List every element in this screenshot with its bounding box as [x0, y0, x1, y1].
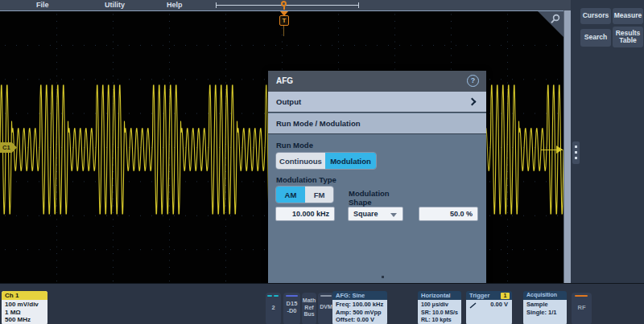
measure-button[interactable]: Measure — [613, 8, 643, 24]
horizontal-record-length: RL: 10 kpts — [421, 316, 459, 324]
math-ref-bus-badge[interactable]: Math Ref Bus — [302, 293, 316, 324]
channel2-badge-label: 2 — [266, 304, 281, 311]
ruler-right-bracket — [358, 2, 359, 8]
trigger-position-marker[interactable] — [280, 0, 288, 9]
trigger-level-arrow-icon[interactable] — [556, 146, 563, 154]
section-label: Run Mode / Modulation — [276, 119, 360, 128]
frequency-input[interactable]: 10.000 kHz — [275, 207, 335, 221]
oscilloscope-screen: File Utility Help T C1 C — [0, 0, 644, 324]
depth-input[interactable]: 50.0 % — [419, 207, 478, 221]
afg-badge[interactable]: AFG: Sine Freq: 100.00 kHz Amp: 500 mVpp… — [332, 291, 387, 324]
ch2-dash-icon — [274, 295, 279, 297]
handle-dot — [575, 151, 577, 154]
run-mode-label: Run Mode — [276, 141, 313, 150]
channel1-bandwidth: 500 MHz — [5, 316, 47, 324]
trigger-badge[interactable]: Trigger 1 0.00 V — [466, 291, 512, 324]
math-badge-line: Ref — [302, 305, 316, 312]
ruler-left-bracket — [216, 2, 217, 8]
digital-channels-badge[interactable]: D15 -D0 — [283, 293, 300, 324]
rf-dash-icon — [575, 295, 588, 297]
output-label: Output — [276, 97, 301, 106]
help-icon[interactable]: ? — [467, 75, 479, 87]
run-mode-modulation-button[interactable]: Modulation — [325, 153, 376, 169]
modulation-shape-value: Square — [353, 210, 378, 218]
trigger-stem — [283, 6, 285, 10]
dvm-dash-icon — [320, 295, 332, 297]
modulation-shape-label: Modulation Shape — [349, 190, 397, 207]
trigger-source-chip: 1 — [501, 293, 510, 299]
trigger-badge-title: Trigger 1 — [466, 291, 512, 300]
afg-amplitude: Amp: 500 mVpp — [336, 309, 385, 317]
channel2-badge[interactable]: 2 — [266, 293, 281, 324]
display-edge-scrollbar[interactable] — [564, 10, 571, 283]
acquisition-badge[interactable]: Acquisition Sample Single: 1/1 — [523, 291, 567, 324]
ch2-dash-icon — [267, 295, 272, 297]
rising-edge-icon — [469, 302, 477, 310]
afg-badge-title: AFG: Sine — [332, 291, 387, 300]
dvm-badge[interactable]: DVM — [318, 293, 334, 324]
run-mode-continuous-button[interactable]: Continuous — [276, 153, 325, 169]
digital-dash-icon — [286, 295, 298, 297]
rf-badge[interactable]: RF — [572, 293, 592, 324]
output-row[interactable]: Output — [268, 92, 486, 113]
search-button[interactable]: Search — [580, 29, 611, 47]
results-table-button[interactable]: Results Table — [613, 27, 643, 47]
afg-dialog-title: AFG — [276, 76, 293, 85]
handle-dot — [575, 157, 577, 159]
panel-drawer-handle[interactable] — [572, 141, 580, 164]
horizontal-badge-title: Horizontal — [418, 291, 461, 300]
handle-dot — [575, 146, 577, 148]
acquisition-mode: Sample — [526, 301, 564, 309]
digital-badge-line: D15 — [283, 300, 300, 307]
magnifier-icon[interactable] — [549, 13, 562, 26]
channel1-impedance: 1 MΩ — [5, 309, 47, 317]
afg-dialog-titlebar[interactable]: AFG ? — [268, 71, 486, 92]
run-mode-toggle: Continuous Modulation — [275, 152, 377, 170]
trigger-t-marker[interactable]: T — [279, 15, 289, 26]
channel1-badge-title: Ch 1 — [2, 291, 47, 300]
afg-offset: Offset: 0.00 V — [336, 316, 385, 324]
menu-utility[interactable]: Utility — [105, 1, 125, 9]
run-mode-modulation-row[interactable]: Run Mode / Modulation — [268, 113, 486, 134]
dropdown-caret-icon — [390, 213, 397, 217]
trigger-marker-stem — [283, 26, 284, 36]
dialog-resize-dot[interactable] — [382, 276, 384, 278]
channel1-badge[interactable]: Ch 1 100 mV/div 1 MΩ 500 MHz — [2, 291, 47, 324]
status-bar: Ch 1 100 mV/div 1 MΩ 500 MHz 2 D15 -D0 M… — [0, 283, 644, 324]
cursors-button[interactable]: Cursors — [580, 8, 611, 24]
horizontal-sample-rate: SR: 10.0 MS/s — [421, 309, 459, 317]
menu-help[interactable]: Help — [167, 1, 183, 9]
afg-frequency: Freq: 100.00 kHz — [336, 301, 385, 309]
menu-bar: File Utility Help — [0, 0, 573, 10]
modulation-type-label: Modulation Type — [276, 176, 336, 185]
trigger-ring-icon — [281, 1, 287, 6]
dvm-badge-label: DVM — [318, 304, 334, 310]
chevron-right-icon — [469, 98, 477, 106]
menu-file[interactable]: File — [36, 1, 49, 9]
digital-badge-line: -D0 — [283, 307, 300, 314]
acquisition-badge-title: Acquisition — [523, 291, 567, 300]
math-badge-line: Math — [302, 297, 316, 305]
horizontal-badge[interactable]: Horizontal 100 μs/div SR: 10.0 MS/s RL: … — [418, 291, 461, 324]
channel1-scale: 100 mV/div — [5, 301, 47, 309]
horizontal-scale: 100 μs/div — [421, 301, 459, 309]
modulation-shape-dropdown[interactable]: Square — [348, 207, 403, 221]
afg-dialog: AFG ? Output Run Mode / Modulation Run M… — [268, 71, 486, 283]
math-badge-line: Bus — [302, 311, 316, 318]
rf-badge-label: RF — [572, 304, 592, 311]
acquisition-count: Single: 1/1 — [526, 309, 564, 317]
